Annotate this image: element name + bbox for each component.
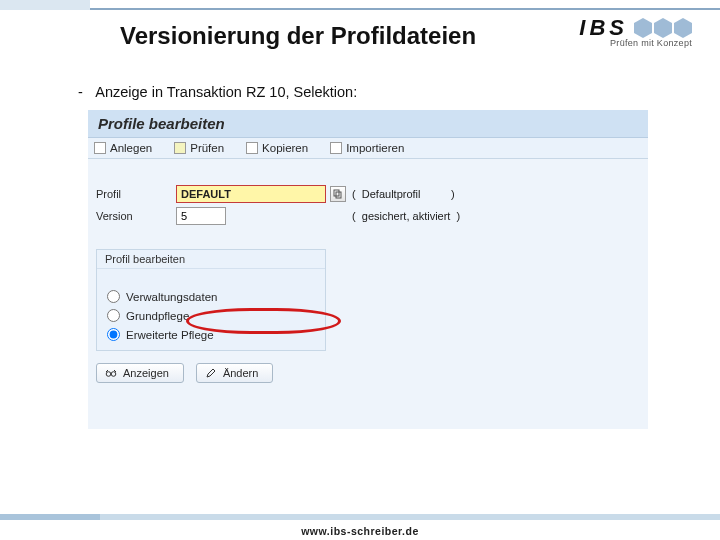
sap-toolbar: Anlegen Prüfen Kopieren Importieren	[88, 138, 648, 159]
radio-label: Grundpflege	[126, 310, 189, 322]
toolbar-label: Kopieren	[262, 142, 308, 154]
radio-label: Verwaltungsdaten	[126, 291, 217, 303]
new-doc-icon	[94, 142, 106, 154]
radio-verwaltungsdaten[interactable]: Verwaltungsdaten	[97, 287, 325, 306]
sap-body: Profil ( Defaultprofil ) Version ( gesic…	[88, 159, 648, 429]
hex-icon-cluster	[634, 18, 692, 38]
toolbar-label: Prüfen	[190, 142, 224, 154]
toolbar-label: Importieren	[346, 142, 404, 154]
bullet-text: Anzeige in Transaktion RZ 10, Selektion:	[95, 84, 357, 100]
footer-accent-bar	[0, 514, 720, 520]
version-desc: ( gesichert, aktiviert )	[352, 210, 460, 222]
slide-title: Versionierung der Profildateien	[120, 22, 476, 50]
row-version: Version ( gesichert, aktiviert )	[88, 205, 648, 227]
footer-url: www.ibs-schreiber.de	[0, 525, 720, 537]
brand-logo: IBS Prüfen mit Konzept	[579, 18, 692, 48]
button-label: Ändern	[223, 367, 258, 379]
button-anzeigen[interactable]: Anzeigen	[96, 363, 184, 383]
radio-input[interactable]	[107, 328, 120, 341]
slide-top-accent	[0, 0, 90, 10]
check-icon	[174, 142, 186, 154]
input-profil[interactable]	[176, 185, 326, 203]
hex-icon	[654, 18, 672, 38]
bullet-line: - Anzeige in Transaktion RZ 10, Selektio…	[78, 84, 357, 100]
glasses-icon	[105, 367, 117, 379]
f4-help-button[interactable]	[330, 186, 346, 202]
label-profil: Profil	[96, 188, 176, 200]
hex-icon	[674, 18, 692, 38]
radio-input[interactable]	[107, 309, 120, 322]
row-profil: Profil ( Defaultprofil )	[88, 183, 648, 205]
toolbar-pruefen[interactable]: Prüfen	[174, 142, 224, 154]
brand-name: IBS	[579, 19, 628, 37]
bullet-dash: -	[78, 84, 92, 100]
pencil-icon	[205, 367, 217, 379]
import-icon	[330, 142, 342, 154]
button-label: Anzeigen	[123, 367, 169, 379]
radio-input[interactable]	[107, 290, 120, 303]
input-version[interactable]	[176, 207, 226, 225]
svg-point-2	[106, 372, 111, 377]
slide-top-border	[0, 0, 720, 10]
radio-label: Erweiterte Pflege	[126, 329, 214, 341]
sap-window-title: Profile bearbeiten	[88, 110, 648, 138]
svg-point-3	[111, 372, 116, 377]
groupbox-title: Profil bearbeiten	[97, 250, 325, 269]
copy-icon	[246, 142, 258, 154]
toolbar-kopieren[interactable]: Kopieren	[246, 142, 308, 154]
toolbar-importieren[interactable]: Importieren	[330, 142, 404, 154]
hex-icon	[634, 18, 652, 38]
search-help-icon	[333, 189, 343, 199]
toolbar-anlegen[interactable]: Anlegen	[94, 142, 152, 154]
radio-grundpflege[interactable]: Grundpflege	[97, 306, 325, 325]
toolbar-label: Anlegen	[110, 142, 152, 154]
groupbox-profil-bearbeiten: Profil bearbeiten Verwaltungsdaten Grund…	[96, 249, 326, 351]
profil-desc: ( Defaultprofil )	[352, 188, 455, 200]
radio-erweiterte-pflege[interactable]: Erweiterte Pflege	[97, 325, 325, 344]
button-row: Anzeigen Ändern	[96, 363, 640, 383]
label-version: Version	[96, 210, 176, 222]
button-aendern[interactable]: Ändern	[196, 363, 273, 383]
sap-screenshot: Profile bearbeiten Anlegen Prüfen Kopier…	[88, 110, 648, 429]
